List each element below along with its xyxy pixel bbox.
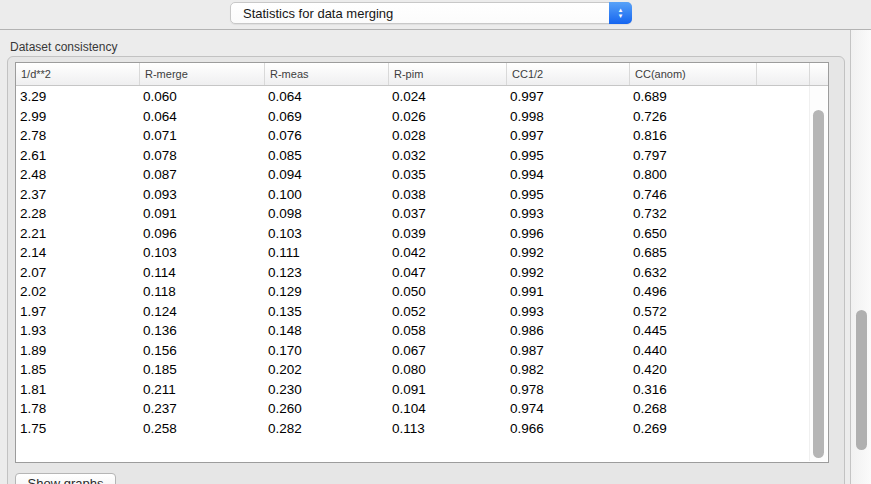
table-cell: 0.732 [629, 206, 756, 221]
table-body: 3.290.0600.0640.0240.9970.6892.990.0640.… [16, 87, 809, 462]
table-cell: 0.496 [629, 284, 756, 299]
table-cell: 2.28 [16, 206, 139, 221]
table-row[interactable]: 1.930.1360.1480.0580.9860.445 [16, 321, 809, 341]
popup-chevrons-icon: ▴ ▾ [609, 2, 632, 24]
table-scrollbar-thumb[interactable] [813, 110, 824, 458]
table-cell: 0.998 [506, 109, 629, 124]
table-cell: 0.966 [506, 421, 629, 436]
header-filler [756, 63, 809, 85]
table-cell: 0.103 [264, 226, 388, 241]
statistics-table: 1/d**2R-mergeR-measR-pimCC1/2CC(anom) 3.… [15, 62, 829, 463]
table-row[interactable]: 2.780.0710.0760.0280.9970.816 [16, 126, 809, 146]
table-cell: 0.316 [629, 382, 756, 397]
table-row[interactable]: 2.280.0910.0980.0370.9930.732 [16, 204, 809, 224]
section-label: Dataset consistency [10, 40, 117, 54]
table-cell: 0.445 [629, 323, 756, 338]
table-row[interactable]: 2.210.0960.1030.0390.9960.650 [16, 224, 809, 244]
table-cell: 0.032 [388, 148, 506, 163]
table-cell: 0.038 [388, 187, 506, 202]
table-cell: 0.997 [506, 128, 629, 143]
table-cell: 2.37 [16, 187, 139, 202]
window-scrollbar-thumb[interactable] [856, 310, 867, 450]
table-row[interactable]: 1.970.1240.1350.0520.9930.572 [16, 302, 809, 322]
view-selector-popup[interactable]: Statistics for data merging ▴ ▾ [230, 2, 632, 24]
table-row[interactable]: 2.070.1140.1230.0470.9920.632 [16, 263, 809, 283]
table-cell: 1.75 [16, 421, 139, 436]
table-cell: 0.103 [139, 245, 264, 260]
table-row[interactable]: 1.850.1850.2020.0800.9820.420 [16, 360, 809, 380]
table-cell: 0.037 [388, 206, 506, 221]
table-cell: 0.052 [388, 304, 506, 319]
table-cell: 0.987 [506, 343, 629, 358]
table-cell: 0.064 [264, 89, 388, 104]
table-cell: 0.078 [139, 148, 264, 163]
table-cell: 0.993 [506, 304, 629, 319]
table-row[interactable]: 2.140.1030.1110.0420.9920.685 [16, 243, 809, 263]
header-cell[interactable]: R-merge [139, 63, 264, 85]
table-row[interactable]: 1.750.2580.2820.1130.9660.269 [16, 419, 809, 439]
table-scrollbar[interactable] [809, 86, 827, 461]
table-cell: 0.978 [506, 382, 629, 397]
header-cell[interactable]: R-meas [264, 63, 388, 85]
table-cell: 0.113 [388, 421, 506, 436]
table-cell: 0.211 [139, 382, 264, 397]
table-cell: 1.78 [16, 401, 139, 416]
table-cell: 0.650 [629, 226, 756, 241]
table-cell: 0.080 [388, 362, 506, 377]
table-cell: 1.85 [16, 362, 139, 377]
table-cell: 0.632 [629, 265, 756, 280]
header-cell[interactable]: CC(anom) [629, 63, 756, 85]
table-row[interactable]: 2.370.0930.1000.0380.9950.746 [16, 185, 809, 205]
table-cell: 0.974 [506, 401, 629, 416]
table-row[interactable]: 1.890.1560.1700.0670.9870.440 [16, 341, 809, 361]
table-cell: 0.260 [264, 401, 388, 416]
table-cell: 0.111 [264, 245, 388, 260]
table-row[interactable]: 2.990.0640.0690.0260.9980.726 [16, 107, 809, 127]
table-cell: 1.97 [16, 304, 139, 319]
header-cell[interactable]: CC1/2 [506, 63, 629, 85]
table-cell: 0.991 [506, 284, 629, 299]
table-cell: 0.047 [388, 265, 506, 280]
table-row[interactable]: 1.780.2370.2600.1040.9740.268 [16, 399, 809, 419]
table-cell: 0.104 [388, 401, 506, 416]
table-cell: 2.14 [16, 245, 139, 260]
table-cell: 0.992 [506, 245, 629, 260]
table-row[interactable]: 3.290.0600.0640.0240.9970.689 [16, 87, 809, 107]
header-cell[interactable]: 1/d**2 [16, 63, 139, 85]
table-cell: 0.091 [388, 382, 506, 397]
table-cell: 0.058 [388, 323, 506, 338]
table-cell: 0.992 [506, 265, 629, 280]
table-cell: 0.746 [629, 187, 756, 202]
table-cell: 0.035 [388, 167, 506, 182]
window-scrollbar[interactable] [850, 30, 871, 484]
table-cell: 0.028 [388, 128, 506, 143]
table-cell: 0.170 [264, 343, 388, 358]
toolbar: Statistics for data merging ▴ ▾ [0, 0, 871, 30]
table-cell: 0.091 [139, 206, 264, 221]
table-cell: 0.050 [388, 284, 506, 299]
table-cell: 0.982 [506, 362, 629, 377]
table-cell: 0.997 [506, 89, 629, 104]
table-cell: 0.076 [264, 128, 388, 143]
table-cell: 0.129 [264, 284, 388, 299]
table-row[interactable]: 2.610.0780.0850.0320.9950.797 [16, 146, 809, 166]
table-cell: 0.202 [264, 362, 388, 377]
table-cell: 0.797 [629, 148, 756, 163]
table-cell: 2.48 [16, 167, 139, 182]
table-cell: 0.100 [264, 187, 388, 202]
table-row[interactable]: 2.480.0870.0940.0350.9940.800 [16, 165, 809, 185]
table-cell: 1.93 [16, 323, 139, 338]
table-cell: 0.237 [139, 401, 264, 416]
table-row[interactable]: 2.020.1180.1290.0500.9910.496 [16, 282, 809, 302]
table-header: 1/d**2R-mergeR-measR-pimCC1/2CC(anom) [16, 63, 828, 86]
chevron-down-icon: ▾ [619, 13, 623, 19]
table-cell: 0.039 [388, 226, 506, 241]
show-graphs-button[interactable]: Show graphs [15, 473, 116, 484]
table-cell: 0.995 [506, 187, 629, 202]
table-row[interactable]: 1.810.2110.2300.0910.9780.316 [16, 380, 809, 400]
header-cell[interactable]: R-pim [388, 63, 506, 85]
table-cell: 0.993 [506, 206, 629, 221]
table-cell: 0.135 [264, 304, 388, 319]
table-cell: 0.689 [629, 89, 756, 104]
table-cell: 0.026 [388, 109, 506, 124]
